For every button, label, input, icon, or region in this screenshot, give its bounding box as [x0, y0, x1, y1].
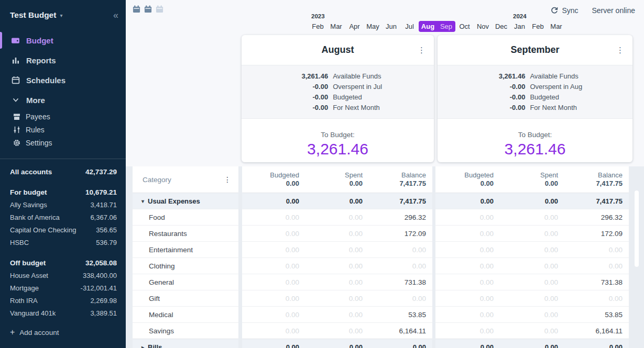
budget-cell[interactable]: 0.00 — [500, 209, 564, 225]
budget-cell[interactable]: 0.00 — [435, 241, 500, 257]
budget-cell[interactable]: 0.00 — [305, 209, 369, 225]
budget-cell[interactable]: 0.00 — [369, 290, 432, 306]
category-name[interactable]: General — [133, 274, 238, 290]
sidebar-item-schedules[interactable]: Schedules — [0, 70, 126, 90]
sidebar-item-budget[interactable]: Budget — [0, 30, 126, 50]
account-row[interactable]: Capital One Checking 356.65 — [10, 223, 117, 236]
month-tab-aug[interactable]: Aug — [419, 21, 437, 32]
sidebar-item-payees[interactable]: Payees — [0, 110, 126, 123]
budget-cell[interactable]: 0.00 — [435, 322, 500, 339]
category-menu-kebab-icon[interactable]: ⋮ — [224, 175, 231, 184]
month-tab-sep[interactable]: Sep — [437, 21, 455, 32]
budget-cell[interactable]: 0.00 — [435, 209, 500, 225]
budget-cell[interactable]: 0.00 — [564, 257, 629, 274]
budget-cell[interactable]: 0.00 — [500, 290, 564, 306]
to-budget-amount[interactable]: 3,261.46 — [307, 140, 368, 158]
category-name[interactable]: Gift — [133, 290, 238, 306]
sidebar-item-settings[interactable]: Settings — [0, 136, 126, 149]
budget-cell[interactable]: 0.00 — [305, 306, 369, 322]
account-row[interactable]: Ally Savings 3,418.71 — [10, 198, 117, 211]
budget-cell[interactable]: 0.00 — [500, 225, 564, 241]
calendar-2-months-icon[interactable] — [144, 5, 152, 13]
all-accounts-row[interactable]: All accounts 42,737.29 — [10, 165, 117, 178]
budget-cell[interactable]: 0.00 — [242, 290, 305, 306]
budget-cell[interactable]: 0.00 — [305, 225, 369, 241]
budget-cell[interactable]: 0.00 — [435, 290, 500, 306]
month-tab-feb[interactable]: Feb — [529, 21, 547, 32]
month-tab-feb[interactable]: Feb — [309, 21, 327, 32]
budget-cell[interactable]: 0.00 — [242, 306, 305, 322]
budget-cell[interactable]: 0.00 — [500, 322, 564, 339]
budget-cell[interactable]: 0.00 — [500, 306, 564, 322]
budget-cell[interactable]: 53.85 — [564, 306, 629, 322]
budget-cell[interactable]: 0.00 — [305, 257, 369, 274]
month-menu-kebab-icon[interactable]: ⋮ — [616, 46, 624, 55]
budget-cell[interactable]: 0.00 — [369, 241, 432, 257]
budget-cell[interactable]: 0.00 — [369, 257, 432, 274]
budget-cell[interactable]: 296.32 — [564, 209, 629, 225]
budget-cell[interactable]: 0.00 — [435, 225, 500, 241]
month-tab-mar[interactable]: Mar — [547, 21, 565, 32]
budget-cell[interactable]: 0.00 — [500, 274, 564, 290]
category-name[interactable]: Clothing — [133, 257, 238, 274]
account-row[interactable]: Bank of America 6,367.06 — [10, 211, 117, 223]
budget-cell[interactable]: 6,164.11 — [564, 322, 629, 339]
budget-cell[interactable]: 0.00 — [242, 322, 305, 339]
calendar-1-month-icon[interactable] — [133, 5, 140, 13]
month-tab-may[interactable]: May — [364, 21, 382, 32]
sidebar-item-more[interactable]: More — [0, 90, 126, 110]
budget-cell[interactable]: 731.38 — [564, 274, 629, 290]
month-tab-mar[interactable]: Mar — [327, 21, 345, 32]
category-group-toggle[interactable]: ▸Bills — [133, 339, 238, 348]
add-account-button[interactable]: + Add account — [10, 328, 117, 337]
month-menu-kebab-icon[interactable]: ⋮ — [418, 46, 425, 55]
budget-cell[interactable]: 0.00 — [305, 322, 369, 339]
budget-cell[interactable]: 172.09 — [564, 225, 629, 241]
budget-cell[interactable]: 0.00 — [500, 241, 564, 257]
budget-cell[interactable]: 0.00 — [242, 225, 305, 241]
month-tab-dec[interactable]: Dec — [492, 21, 510, 32]
month-tab-apr[interactable]: Apr — [345, 21, 364, 32]
budget-name-menu[interactable]: Test Budget ▾ — [10, 10, 62, 20]
month-tab-oct[interactable]: Oct — [455, 21, 474, 32]
account-row[interactable]: Vanguard 401k 3,389.51 — [10, 307, 117, 319]
budget-cell[interactable]: 6,164.11 — [369, 322, 432, 339]
scrollbar-thumb[interactable] — [635, 190, 639, 267]
budget-cell[interactable]: 0.00 — [564, 290, 629, 306]
month-tab-jul[interactable]: Jul — [400, 21, 419, 32]
budget-cell[interactable]: 296.32 — [369, 209, 432, 225]
month-tab-jan[interactable]: Jan — [510, 21, 529, 32]
budget-cell[interactable]: 0.00 — [242, 209, 305, 225]
budget-cell[interactable]: 0.00 — [564, 241, 629, 257]
collapse-sidebar-icon[interactable]: « — [113, 10, 118, 20]
category-name[interactable]: Entertainment — [133, 241, 238, 257]
category-name[interactable]: Savings — [133, 322, 238, 339]
budget-cell[interactable]: 0.00 — [242, 241, 305, 257]
category-name[interactable]: Food — [133, 209, 238, 225]
calendar-3-months-icon[interactable] — [156, 5, 163, 13]
budget-cell[interactable]: 0.00 — [242, 257, 305, 274]
sidebar-item-reports[interactable]: Reports — [0, 50, 126, 70]
budget-cell[interactable]: 0.00 — [500, 257, 564, 274]
account-row[interactable]: Roth IRA 2,269.98 — [10, 294, 117, 307]
category-name[interactable]: Medical — [133, 306, 238, 322]
budget-cell[interactable]: 0.00 — [305, 274, 369, 290]
budget-cell[interactable]: 0.00 — [435, 274, 500, 290]
budget-cell[interactable]: 0.00 — [242, 274, 305, 290]
category-group-toggle[interactable]: ▾Usual Expenses — [133, 193, 238, 209]
budget-cell[interactable]: 0.00 — [305, 290, 369, 306]
budget-cell[interactable]: 0.00 — [435, 306, 500, 322]
budget-cell[interactable]: 731.38 — [369, 274, 432, 290]
account-group-header[interactable]: For budget 10,679.21 — [10, 186, 117, 198]
budget-cell[interactable]: 172.09 — [369, 225, 432, 241]
category-name[interactable]: Restaurants — [133, 225, 238, 241]
account-row[interactable]: House Asset 338,400.00 — [10, 269, 117, 282]
budget-cell[interactable]: 53.85 — [369, 306, 432, 322]
account-row[interactable]: HSBC 536.79 — [10, 236, 117, 249]
sidebar-item-rules[interactable]: Rules — [0, 123, 126, 136]
month-tab-jun[interactable]: Jun — [382, 21, 400, 32]
to-budget-amount[interactable]: 3,261.46 — [505, 140, 566, 158]
budget-cell[interactable]: 0.00 — [435, 257, 500, 274]
account-row[interactable]: Mortgage -312,001.41 — [10, 282, 117, 294]
month-tab-nov[interactable]: Nov — [474, 21, 492, 32]
